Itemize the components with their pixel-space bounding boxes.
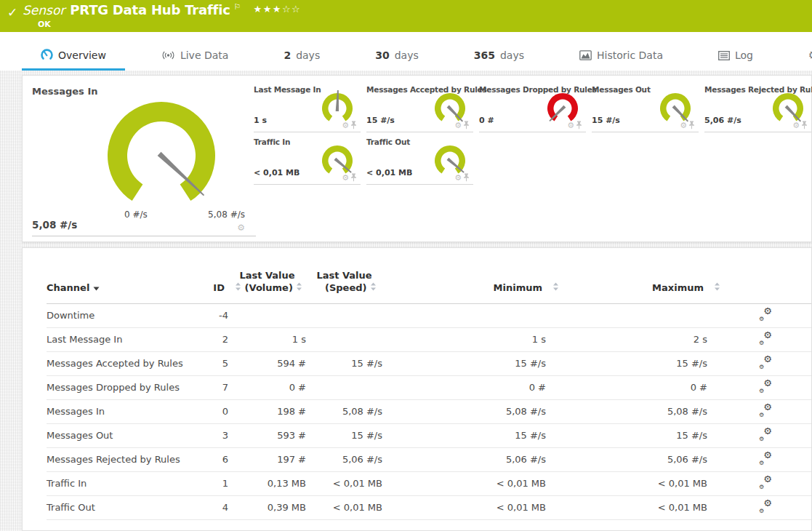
prtg-sensor-page: ✓ Sensor PRTG Data Hub Traffic ⚐ ★★★☆☆ O… [0,0,812,531]
tab-label: days [395,49,419,61]
column-header-speed[interactable]: Last Value(Speed) [306,248,382,303]
gauges-panel: Messages In 0 #/s 5,08 #/s 5,08 #/s ⚙ La… [22,75,812,242]
cell-min: 15 #/s [382,351,546,375]
cell-speed: < 0,01 MB [306,471,382,495]
cell-max: 2 s [546,327,707,351]
star-filled-icon[interactable]: ★ [253,4,262,15]
channel-settings-icon[interactable]: ⚙⚙ [759,333,772,344]
table-row-messages-accepted-by-rules: Messages Accepted by Rules5594 #15 #/s15… [47,351,812,375]
gauge-value: < 0,01 MB [366,168,412,177]
tab-label: Log [735,49,753,61]
gear-icon: ⚙ [763,306,772,316]
gauge-value: 1 s [254,116,267,125]
cell-channel: Messages Rejected by Rules [47,447,177,471]
gear-icon: ⚙ [759,316,764,322]
channel-settings-icon[interactable]: ⚙⚙ [759,477,772,488]
table-header-row: ChannelIDLast Value(Volume) Last Value(S… [47,248,812,303]
cell-max: < 0,01 MB [546,471,707,495]
flag-icon[interactable]: ⚐ [234,2,241,12]
cell-volume: 593 # [228,423,306,447]
cell-actions: ⚙⚙ [707,495,812,519]
sort-desc-icon [93,282,100,295]
cell-speed: 15 #/s [306,423,382,447]
cell-id: 5 [177,351,228,375]
cell-actions: ⚙⚙ [707,375,812,399]
column-header-channel[interactable]: Channel [47,248,177,303]
star-filled-icon[interactable]: ★ [263,4,273,15]
pin-icon[interactable] [688,121,695,129]
column-label: Channel [47,282,89,295]
priority-stars[interactable]: ★★★☆☆ [253,4,301,15]
tab-historic-data[interactable]: Historic Data [560,49,682,71]
channel-settings-icon[interactable]: ⚙⚙ [759,357,772,368]
channel-table-panel: ChannelIDLast Value(Volume) Last Value(S… [22,247,812,531]
tab-2-days[interactable]: 2days [265,49,339,71]
gauge-messages-dropped-by-rules: Messages Dropped by Rules0 #⚙ [479,80,586,132]
gear-icon[interactable]: ⚙ [567,121,574,129]
gauge-cell-icons: ⚙ [342,121,357,129]
cell-speed [306,327,382,351]
tab-live-data[interactable]: Live Data [142,49,247,71]
tab-log[interactable]: Log [699,49,772,71]
pin-icon[interactable] [350,121,357,129]
pin-icon[interactable] [576,121,582,129]
cell-channel: Messages Dropped by Rules [47,375,177,399]
cell-actions: ⚙⚙ [707,327,812,351]
gear-icon: ⚙ [759,460,764,466]
channel-settings-icon[interactable]: ⚙⚙ [759,381,772,392]
column-label: ID [213,282,225,295]
star-empty-icon[interactable]: ☆ [292,4,301,15]
gear-icon[interactable]: ⚙ [342,174,349,182]
tab-365-days[interactable]: 365days [455,49,543,71]
tab-overview[interactable]: Overview [22,49,125,71]
cell-max: 15 #/s [546,423,707,447]
gauge-messages-in-primary: Messages In 0 #/s 5,08 #/s 5,08 #/s ⚙ [32,81,256,236]
star-filled-icon[interactable]: ★ [273,4,282,15]
table-row-messages-out: Messages Out3593 #15 #/s15 #/s15 #/s⚙⚙ [47,423,812,447]
table-row-traffic-out: Traffic Out40,39 MB< 0,01 MB< 0,01 MB< 0… [47,495,812,519]
tab-30-days[interactable]: 30days [356,49,438,71]
gear-icon[interactable]: ⚙ [237,223,245,232]
cell-speed: 5,06 #/s [306,447,382,471]
pin-icon[interactable] [801,121,808,129]
pin-icon[interactable] [463,173,470,182]
channel-settings-icon[interactable]: ⚙⚙ [759,405,772,416]
gear-icon[interactable]: ⚙ [342,121,349,129]
column-sublabel: (Volume) [245,282,293,293]
cell-actions: ⚙⚙ [707,303,812,327]
cell-speed: 15 #/s [306,351,382,375]
column-header-id[interactable]: ID [177,248,228,303]
gear-icon[interactable]: ⚙ [454,121,462,129]
channel-settings-icon[interactable]: ⚙⚙ [759,501,772,512]
cell-min: < 0,01 MB [382,471,546,495]
tab-settings[interactable]: ⚙Settings [789,49,812,71]
tab-label: days [296,49,320,61]
gauge-cell-icons: ⚙ [680,121,695,129]
gauge-cell-icons: ⚙ [792,121,808,129]
channel-settings-icon[interactable]: ⚙⚙ [759,309,772,320]
column-header-min[interactable]: Minimum [382,248,546,303]
star-empty-icon[interactable]: ☆ [282,4,292,15]
gauge-scale-min: 0 #/s [124,209,148,220]
cell-channel: Traffic Out [47,495,177,519]
cell-max [546,303,707,327]
cell-speed: 5,08 #/s [306,399,382,423]
pin-icon[interactable] [463,121,470,129]
cell-id: -4 [177,303,228,327]
gauge-dial [97,92,225,212]
cell-id: 1 [177,471,228,495]
channel-settings-icon[interactable]: ⚙⚙ [759,429,772,440]
cell-volume [228,303,306,327]
gauge-value: 5,08 #/s [32,219,77,231]
gear-icon[interactable]: ⚙ [454,174,462,182]
gear-icon[interactable]: ⚙ [680,121,687,129]
gear-icon[interactable]: ⚙ [792,121,800,129]
channel-settings-icon[interactable]: ⚙⚙ [759,453,772,464]
column-sublabel: (Speed) [325,282,367,293]
gear-icon: ⚙ [759,388,764,394]
column-header-max[interactable]: Maximum [546,248,707,303]
gear-icon: ⚙ [763,378,772,388]
column-header-volume[interactable]: Last Value(Volume) [228,248,306,303]
pin-icon[interactable] [350,173,357,182]
gauge-messages-rejected-by-rules: Messages Rejected by Rules5,06 #/s⚙ [704,80,811,132]
